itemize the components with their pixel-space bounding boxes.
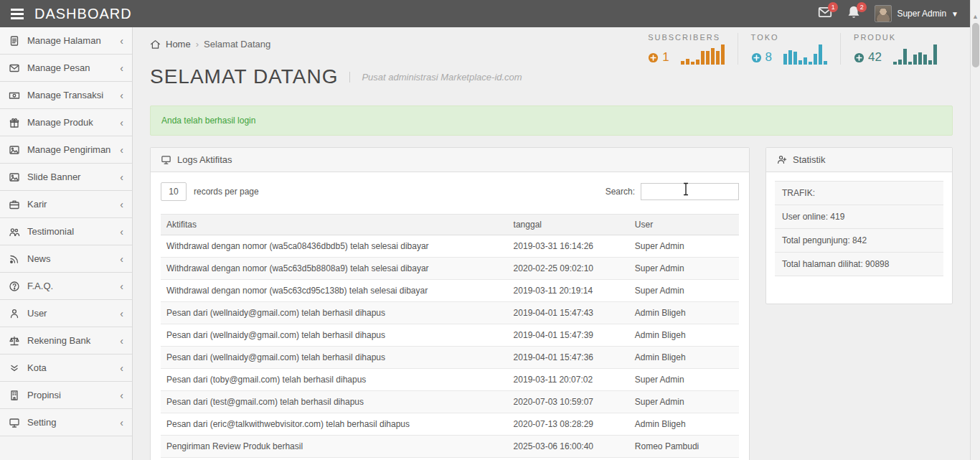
logs-panel-header: Logs Aktifitas — [151, 148, 749, 172]
stat-label: TOKO — [751, 33, 827, 42]
breadcrumb-current: Selamat Datang — [204, 39, 270, 50]
monitor-icon — [161, 154, 171, 165]
caret-down-icon: ▼ — [951, 10, 958, 18]
table-row: Withdrawal dengan nomor (wa5c63d5b8808a9… — [161, 258, 739, 280]
sidebar-item-label: Manage Pesan — [27, 62, 90, 73]
stat-label: PRODUK — [854, 33, 937, 42]
statistik-item-user-online: User online: 419 — [775, 205, 943, 229]
page-subtitle: Pusat administrasi Marketplace-id.com — [349, 72, 522, 83]
page-title: SELAMAT DATANG — [150, 65, 338, 88]
gift-icon — [9, 117, 20, 128]
statistik-item-total-pengunjung: Total pengunjung: 842 — [775, 229, 943, 253]
search-label: Search: — [606, 187, 635, 197]
stats-row: SUBSCRIBERS 1 TOKO 8 PRODUK — [635, 33, 950, 65]
sidebar-item-faq[interactable]: F.A.Q. ‹ — [0, 273, 132, 300]
sidebar-item-manage-halaman[interactable]: Manage Halaman ‹ — [0, 27, 132, 55]
cell-tanggal: 2020-07-13 08:28:29 — [508, 413, 629, 436]
sidebar-item-label: News — [27, 253, 51, 264]
chevron-left-icon: ‹ — [120, 281, 123, 292]
sidebar-item-label: Manage Transaksi — [27, 90, 103, 100]
sidebar-item-kota[interactable]: Kota ‹ — [0, 355, 132, 382]
records-per-page-select[interactable]: 10 — [161, 182, 187, 201]
cell-user: Super Admin — [629, 369, 739, 391]
cell-user: Super Admin — [629, 235, 739, 258]
sidebar-item-rekening-bank[interactable]: Rekening Bank ‹ — [0, 327, 132, 355]
cell-user: Romeo Pambudi — [629, 436, 739, 458]
column-header-user[interactable]: User — [629, 215, 739, 235]
cell-user: Admin Bligeh — [629, 347, 739, 369]
scroll-up-arrow-icon[interactable]: ▲ — [971, 0, 980, 20]
breadcrumb-home-link[interactable]: Home — [166, 39, 191, 50]
table-row: Pesan dari (wellnaidy@gmail.com) telah b… — [161, 347, 739, 369]
envelope-icon — [9, 62, 20, 74]
cell-aktifitas: Pesan dari (eric@talkwithwebvisitor.com)… — [161, 413, 508, 436]
sidebar-item-manage-produk[interactable]: Manage Produk ‹ — [0, 109, 132, 136]
chevron-left-icon: ‹ — [120, 226, 123, 238]
sidebar-item-manage-pengiriman[interactable]: Manage Pengiriman ‹ — [0, 136, 132, 164]
logs-table: Aktifitas tanggal User Withdrawal dengan… — [161, 214, 739, 458]
sidebar-item-manage-pesan[interactable]: Manage Pesan ‹ — [0, 55, 132, 82]
app-title: DASHBOARD — [34, 6, 132, 22]
sidebar: Manage Halaman ‹ Manage Pesan ‹ Manage T… — [0, 27, 133, 460]
scrollbar-thumb[interactable] — [972, 23, 979, 67]
cell-aktifitas: Pesan dari (wellnaidy@gmail.com) telah b… — [161, 347, 508, 369]
logs-panel: Logs Aktifitas 10 records per page Searc… — [150, 147, 750, 460]
chevrons-down-icon — [9, 362, 20, 374]
messages-button[interactable]: 1 — [817, 6, 833, 22]
stat-label: SUBSCRIBERS — [648, 33, 724, 42]
chevron-left-icon: ‹ — [120, 62, 123, 74]
sidebar-item-news[interactable]: News ‹ — [0, 245, 132, 273]
user-name: Super Admin — [897, 9, 946, 19]
toko-sparkline-chart — [783, 44, 827, 65]
cell-tanggal: 2019-04-01 15:47:39 — [508, 324, 629, 347]
rss-icon — [9, 253, 20, 265]
table-row: Pesan dari (eric@talkwithwebvisitor.com)… — [161, 413, 739, 436]
cell-aktifitas: Pesan dari (test@gmail.com) telah berhas… — [161, 391, 508, 413]
column-header-tanggal[interactable]: tanggal — [508, 215, 629, 235]
table-row: Pesan dari (toby@gmail.com) telah berhas… — [161, 369, 739, 391]
cell-aktifitas: Withdrawal dengan nomor (wa5c63d5b8808a9… — [161, 258, 508, 280]
chevron-left-icon: ‹ — [120, 172, 123, 183]
column-header-aktifitas[interactable]: Aktifitas — [161, 215, 508, 235]
search-input[interactable] — [641, 183, 739, 200]
sidebar-item-user[interactable]: User ‹ — [0, 300, 132, 327]
sidebar-item-label: Karir — [27, 199, 47, 210]
table-row: Pesan dari (test@gmail.com) telah berhas… — [161, 391, 739, 413]
sidebar-item-karir[interactable]: Karir ‹ — [0, 191, 132, 218]
logs-panel-title: Logs Aktifitas — [177, 154, 232, 165]
sidebar-item-manage-transaksi[interactable]: Manage Transaksi ‹ — [0, 82, 132, 109]
chevron-left-icon: ‹ — [120, 117, 123, 128]
cell-tanggal: 2019-03-31 16:14:26 — [508, 235, 629, 258]
topbar: DASHBOARD 1 2 Super Admin ▼ — [0, 0, 980, 27]
sidebar-item-slide-banner[interactable]: Slide Banner ‹ — [0, 164, 132, 191]
notifications-button[interactable]: 2 — [846, 6, 862, 22]
hamburger-icon[interactable] — [0, 0, 34, 27]
sidebar-item-propinsi[interactable]: Propinsi ‹ — [0, 382, 132, 409]
chevron-left-icon: ‹ — [120, 417, 123, 428]
vertical-scrollbar[interactable]: ▲ — [970, 0, 980, 460]
statistik-panel: Statistik TRAFIK: User online: 419 Total… — [765, 147, 953, 304]
table-header-row: Aktifitas tanggal User — [161, 215, 739, 235]
stat-toko: TOKO 8 — [738, 33, 840, 65]
user-menu[interactable]: Super Admin ▼ — [875, 5, 958, 22]
statistik-item-total-halaman: Total halaman dilihat: 90898 — [775, 253, 943, 276]
sidebar-item-label: Manage Pengiriman — [27, 144, 110, 155]
stat-subscribers: SUBSCRIBERS 1 — [635, 33, 737, 65]
monitor-icon — [9, 417, 20, 428]
sidebar-item-setting[interactable]: Setting ‹ — [0, 409, 132, 436]
cell-tanggal: 2019-03-11 20:19:14 — [508, 280, 629, 302]
stat-value: 1 — [662, 50, 669, 65]
user-plus-icon — [776, 154, 787, 165]
sidebar-item-testimonial[interactable]: Testimonial ‹ — [0, 218, 132, 245]
sidebar-item-label: User — [27, 308, 47, 319]
cell-aktifitas: Pesan dari (wellnaidy@gmail.com) telah b… — [161, 302, 508, 324]
balance-scale-icon — [9, 335, 20, 347]
table-row: Withdrawal dengan nomor (wa5c63cd95c138b… — [161, 280, 739, 302]
sidebar-item-label: Testimonial — [27, 226, 74, 237]
image-icon — [9, 144, 20, 156]
cell-tanggal: 2019-03-11 20:07:02 — [508, 369, 629, 391]
users-icon — [9, 226, 20, 238]
cell-aktifitas: Withdrawal dengan nomor (wa5c63cd95c138b… — [161, 280, 508, 302]
produk-sparkline-chart — [893, 44, 937, 65]
sidebar-item-label: Manage Halaman — [27, 35, 101, 46]
